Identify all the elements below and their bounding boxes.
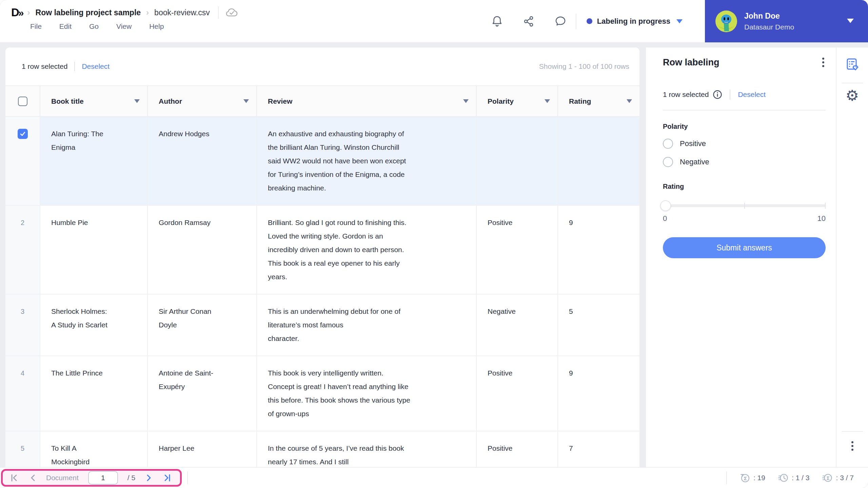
cell-review: This is an underwhelming debut for one o… [257, 294, 477, 355]
first-page-icon[interactable] [9, 473, 19, 483]
slider-max-label: 10 [817, 214, 826, 223]
table-header: Book title Author Review Polarity Rating [5, 85, 639, 117]
panel-kebab-menu-icon[interactable] [821, 56, 826, 68]
column-header-polarity[interactable]: Polarity [477, 86, 558, 116]
divider [74, 62, 75, 71]
table-row[interactable]: 4 The Little Prince Antoine de Saint- Ex… [5, 356, 639, 431]
divider [842, 431, 863, 432]
menu-edit[interactable]: Edit [59, 22, 72, 30]
select-all-checkbox[interactable] [18, 97, 27, 106]
right-rail: ⚙ [836, 47, 868, 467]
cell-book-title: Sherlock Holmes: A Study in Scarlet [40, 294, 148, 355]
chevron-right-icon: › [146, 8, 149, 17]
cloud-saved-icon [225, 7, 238, 18]
cell-book-title: Alan Turing: The Enigma [40, 117, 148, 205]
filter-caret-icon[interactable] [545, 99, 550, 103]
cell-book-title: To Kill A Mockingbird [40, 431, 148, 467]
svg-text:Σ: Σ [744, 476, 747, 481]
next-page-icon[interactable] [145, 473, 153, 483]
notifications-bell-icon[interactable] [492, 16, 502, 27]
datasaur-logo-icon[interactable]: D» [11, 6, 22, 19]
row-number-cell[interactable]: 2 [5, 206, 40, 294]
menu-view[interactable]: View [116, 22, 132, 30]
breadcrumb-project[interactable]: Row labeling project sample [36, 8, 141, 17]
row-number: 2 [21, 216, 24, 229]
menu-file[interactable]: File [30, 22, 42, 30]
share-icon[interactable] [523, 16, 534, 27]
right-panel: Row labeling 1 row selected Deselect Pol… [646, 47, 868, 467]
cell-rating: 5 [558, 294, 639, 355]
header: D» › Row labeling project sample › book-… [0, 0, 868, 42]
cell-book-title: The Little Prince [40, 356, 148, 431]
page-number-input[interactable]: 1 [88, 471, 118, 485]
last-page-icon[interactable] [162, 473, 172, 483]
deselect-link[interactable]: Deselect [82, 62, 110, 70]
bottom-bar: Document 1 / 5 Σ : 19 : 1 / 3 [0, 467, 868, 488]
divider [187, 471, 188, 484]
divider [218, 6, 219, 19]
chevron-down-icon [676, 19, 683, 23]
table-row[interactable]: 5 To Kill A Mockingbird Harper Lee In th… [5, 431, 639, 467]
cell-author: Antoine de Saint- Exupéry [148, 356, 257, 431]
filter-caret-icon[interactable] [627, 99, 632, 103]
row-number-cell[interactable]: 4 [5, 356, 40, 431]
divider [730, 89, 730, 100]
table-row[interactable]: 2 Humble Pie Gordon Ramsay Brilliant. So… [5, 206, 639, 294]
menu-go[interactable]: Go [89, 22, 99, 30]
row-number: 3 [21, 305, 24, 318]
comment-bubble-icon[interactable] [555, 16, 566, 27]
radio-icon[interactable] [663, 139, 673, 149]
cell-review: An exhaustive and exhausting biography o… [257, 117, 477, 205]
cell-author: Sir Arthur Conan Doyle [148, 294, 257, 355]
selection-bar: 1 row selected Deselect Showing 1 - 100 … [5, 47, 639, 85]
column-header-author[interactable]: Author [148, 86, 257, 116]
selected-count: 1 row selected [22, 62, 67, 70]
status-dot-icon [587, 18, 592, 24]
token-total-counter: Σ : 19 [740, 473, 765, 483]
rating-slider[interactable] [663, 201, 826, 210]
divider [663, 110, 826, 110]
breadcrumb-file[interactable]: book-review.csv [154, 8, 210, 17]
column-header-review[interactable]: Review [257, 86, 477, 116]
settings-gear-icon[interactable]: ⚙ [846, 88, 859, 103]
radio-icon[interactable] [663, 157, 673, 167]
menu-help[interactable]: Help [149, 22, 164, 30]
status-label: Labeling in progress [597, 17, 670, 26]
rail-kebab-menu-icon[interactable] [850, 440, 855, 452]
table-row[interactable]: 3 Sherlock Holmes: A Study in Scarlet Si… [5, 294, 639, 356]
row-checkbox-checked[interactable] [18, 129, 28, 139]
cell-review: Brilliant. So glad I got round to finish… [257, 206, 477, 294]
pagination-label: Document [46, 474, 79, 482]
cell-rating: 7 [558, 431, 639, 467]
column-header-rating[interactable]: Rating [558, 86, 639, 116]
user-name: John Doe [744, 12, 794, 21]
divider [576, 14, 576, 29]
row-number-cell[interactable]: 5 [5, 431, 40, 467]
filter-caret-icon[interactable] [243, 99, 249, 103]
row-labeling-tool-icon[interactable] [845, 58, 860, 74]
column-header-book-title[interactable]: Book title [40, 86, 148, 116]
select-all-cell [5, 86, 40, 116]
cell-rating [558, 117, 639, 205]
cell-author: Gordon Ramsay [148, 206, 257, 294]
table-body: Alan Turing: The Enigma Andrew Hodges An… [5, 117, 639, 467]
user-menu[interactable]: John Doe Datasaur Demo [705, 0, 868, 42]
cell-review: In the course of 5 years, I’ve read this… [257, 431, 477, 467]
row-number-cell[interactable]: 3 [5, 294, 40, 355]
cell-book-title: Humble Pie [40, 206, 148, 294]
slider-thumb[interactable] [660, 200, 671, 211]
row-number-cell[interactable] [5, 117, 40, 205]
radio-option-positive[interactable]: Positive [663, 139, 826, 149]
info-icon[interactable] [713, 90, 722, 99]
status-counters: Σ : 19 : 1 / 3 Σ : 3 / 7 [726, 471, 868, 484]
status-dropdown[interactable]: Labeling in progress [587, 17, 683, 26]
table-row[interactable]: Alan Turing: The Enigma Andrew Hodges An… [5, 117, 639, 206]
filter-caret-icon[interactable] [134, 99, 140, 103]
filter-caret-icon[interactable] [463, 99, 469, 103]
submit-answers-button[interactable]: Submit answers [663, 237, 826, 258]
slider-midpoint-tick [744, 203, 745, 209]
radio-option-negative[interactable]: Negative [663, 157, 826, 167]
previous-page-icon[interactable] [28, 473, 37, 483]
panel-deselect-link[interactable]: Deselect [738, 90, 766, 99]
polarity-section-label: Polarity [663, 123, 826, 130]
